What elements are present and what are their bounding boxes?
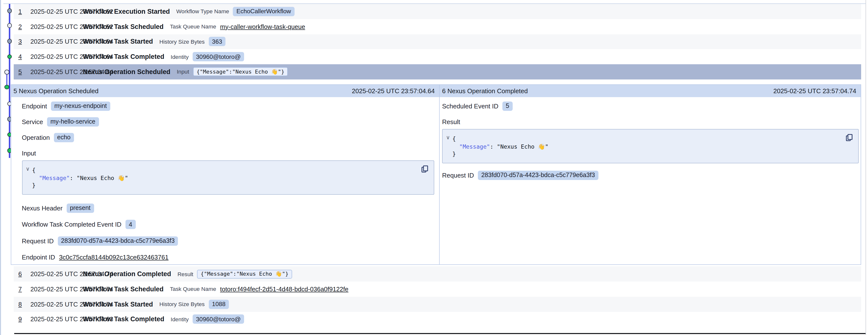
event-number-link[interactable]: 4 [17, 53, 23, 60]
event-title: Workflow Task Scheduled [83, 285, 163, 293]
field-label: Service [22, 118, 43, 125]
event-row-2[interactable]: 22025-02-25 UTC 23:57:04.52Workflow Task… [13, 19, 861, 34]
field-operation: Operation echo [22, 130, 434, 145]
event-field-badge: 363 [209, 37, 225, 46]
panel-timestamp: 2025-02-25 UTC 23:57:04.64 [352, 87, 435, 95]
event-timestamp: 2025-02-25 UTC 23:57:04.74 [30, 285, 78, 293]
event-timestamp: 2025-02-25 UTC 23:57:04.52 [30, 8, 78, 15]
panel-nexus-operation-completed: 6 Nexus Operation Completed 2025-02-25 U… [440, 85, 861, 264]
event-history-list: 12025-02-25 UTC 23:57:04.52Workflow Exec… [13, 4, 861, 327]
bottom-divider [14, 333, 866, 334]
copy-icon[interactable] [845, 134, 853, 142]
event-row-7[interactable]: 72025-02-25 UTC 23:57:04.74Workflow Task… [13, 282, 861, 297]
event-field-label: History Size Bytes [159, 301, 205, 307]
timeline-marker-nexus-operation-scheduled[interactable] [4, 69, 9, 74]
event-title: Workflow Task Completed [83, 53, 164, 60]
event-row-6[interactable]: 62025-02-25 UTC 23:57:04.74Nexus Operati… [13, 267, 861, 282]
field-nexus-header: Nexus Header present [22, 200, 434, 216]
event-row-5[interactable]: 52025-02-25 UTC 23:57:04.64Nexus Operati… [13, 64, 861, 80]
event-title: Workflow Task Started [83, 301, 153, 308]
event-timestamp: 2025-02-25 UTC 23:57:04.64 [30, 53, 78, 60]
event-detail-panels: 5 Nexus Operation Scheduled 2025-02-25 U… [10, 84, 861, 265]
collapse-chevron-icon[interactable]: ∨ [26, 167, 30, 172]
event-timestamp: 2025-02-25 UTC 23:57:04.54 [30, 38, 78, 45]
event-row-1[interactable]: 12025-02-25 UTC 23:57:04.52Workflow Exec… [13, 4, 861, 19]
event-number-link[interactable]: 9 [17, 316, 23, 323]
field-service: Service my-hello-service [22, 114, 434, 130]
field-value-badge: 283fd070-d57a-4423-bdca-c5c779e6a3f3 [478, 171, 598, 180]
timeline-marker-nexus-operation-completed[interactable] [4, 85, 9, 89]
timeline-marker-workflow-task-started[interactable] [7, 39, 12, 44]
panel-body: Endpoint my-nexus-endpoint Service my-he… [11, 97, 439, 266]
panel-header: 5 Nexus Operation Scheduled 2025-02-25 U… [11, 85, 439, 97]
event-title: Workflow Task Completed [83, 316, 164, 323]
event-timestamp: 2025-02-25 UTC 23:57:04.74 [30, 270, 78, 278]
event-timestamp: 2025-02-25 UTC 23:57:04.83 [30, 316, 78, 323]
event-number-link[interactable]: 1 [17, 8, 23, 15]
field-label: Endpoint [22, 103, 47, 110]
field-value-badge: 5 [502, 102, 513, 111]
event-number-link[interactable]: 6 [17, 270, 23, 278]
input-section-label: Input [22, 145, 434, 159]
result-json-block: ∨ { "Message": "Nexus Echo 👋" } [442, 129, 859, 164]
event-number-link[interactable]: 5 [17, 68, 23, 76]
event-timestamp: 2025-02-25 UTC 23:57:04.74 [30, 301, 78, 308]
event-title: Workflow Execution Started [83, 8, 170, 15]
workflow-history-page: 12025-02-25 UTC 23:57:04.52Workflow Exec… [0, 0, 868, 335]
event-field-link[interactable]: my-caller-workflow-task-queue [220, 23, 305, 30]
field-label: Request ID [442, 172, 474, 179]
event-title: Workflow Task Started [83, 38, 153, 45]
json-content: { "Message": "Nexus Echo 👋" } [442, 130, 858, 159]
json-content: { "Message": "Nexus Echo 👋" } [22, 161, 434, 190]
panel-nexus-operation-scheduled: 5 Nexus Operation Scheduled 2025-02-25 U… [11, 85, 440, 264]
timeline-marker-workflow-task-completed[interactable] [7, 54, 12, 59]
collapse-chevron-icon[interactable]: ∨ [446, 135, 450, 141]
json-key: "Message" [39, 175, 70, 182]
field-value-badge: 283fd070-d57a-4423-bdca-c5c779e6a3f3 [58, 236, 178, 246]
event-field-badge: 30960@totoro@ [193, 315, 244, 324]
panel-header: 6 Nexus Operation Completed 2025-02-25 U… [440, 85, 861, 97]
event-field-label: History Size Bytes [159, 39, 205, 45]
event-field-label: Task Queue Name [170, 286, 216, 292]
event-field-link[interactable]: totoro:f494fecf-2d51-4d48-bdcd-036a0f912… [220, 285, 348, 293]
json-key: "Message" [459, 143, 490, 150]
event-number-link[interactable]: 3 [17, 38, 23, 45]
event-row-4[interactable]: 42025-02-25 UTC 23:57:04.64Workflow Task… [13, 49, 861, 64]
field-workflow-task-completed-event-id: Workflow Task Completed Event ID 4 [22, 216, 434, 233]
field-label: Request ID [22, 237, 54, 245]
field-label: Workflow Task Completed Event ID [22, 221, 122, 228]
event-title: Nexus Operation Scheduled [83, 68, 170, 76]
panel-title: 6 Nexus Operation Completed [442, 87, 528, 95]
field-label: Operation [22, 134, 50, 141]
event-number-link[interactable]: 8 [17, 301, 23, 308]
field-value-badge: my-nexus-endpoint [51, 102, 110, 111]
event-field-label: Workflow Type Name [176, 8, 229, 15]
event-number-link[interactable]: 7 [17, 285, 23, 293]
field-request-id: Request ID 283fd070-d57a-4423-bdca-c5c77… [442, 167, 859, 183]
right-edge-divider [865, 0, 866, 335]
event-row-9[interactable]: 92025-02-25 UTC 23:57:04.83Workflow Task… [13, 312, 861, 327]
field-label: Nexus Header [22, 204, 62, 212]
event-row-3[interactable]: 32025-02-25 UTC 23:57:04.54Workflow Task… [13, 34, 861, 49]
endpoint-id-link[interactable]: 3c0c75ccfa8144b092c13ce632463761 [59, 254, 168, 261]
field-value-badge: present [66, 203, 94, 213]
panel-title: 5 Nexus Operation Scheduled [13, 87, 98, 95]
field-value-badge: echo [54, 133, 74, 142]
copy-icon[interactable] [421, 165, 429, 173]
field-value-badge: 4 [125, 220, 136, 229]
event-row-8[interactable]: 82025-02-25 UTC 23:57:04.74Workflow Task… [13, 297, 861, 312]
timeline-marker-workflow-execution-started[interactable] [7, 8, 12, 13]
event-payload-badge: {"Message":"Nexus Echo 👋"} [193, 67, 288, 76]
event-field-label: Task Queue Name [170, 24, 216, 29]
event-payload-badge: {"Message":"Nexus Echo 👋"} [197, 270, 292, 278]
timeline-marker-workflow-task-scheduled[interactable] [7, 23, 12, 28]
field-value-badge: my-hello-service [47, 117, 99, 127]
event-field-label: Identity [170, 54, 188, 60]
event-title: Nexus Operation Completed [83, 270, 171, 278]
event-timestamp: 2025-02-25 UTC 23:57:04.64 [30, 68, 78, 76]
field-label: Scheduled Event ID [442, 103, 498, 110]
event-field-label: Result [178, 271, 193, 277]
event-number-link[interactable]: 2 [17, 23, 23, 30]
event-timestamp: 2025-02-25 UTC 23:57:04.52 [30, 23, 78, 30]
event-field-label: Input [177, 69, 189, 75]
